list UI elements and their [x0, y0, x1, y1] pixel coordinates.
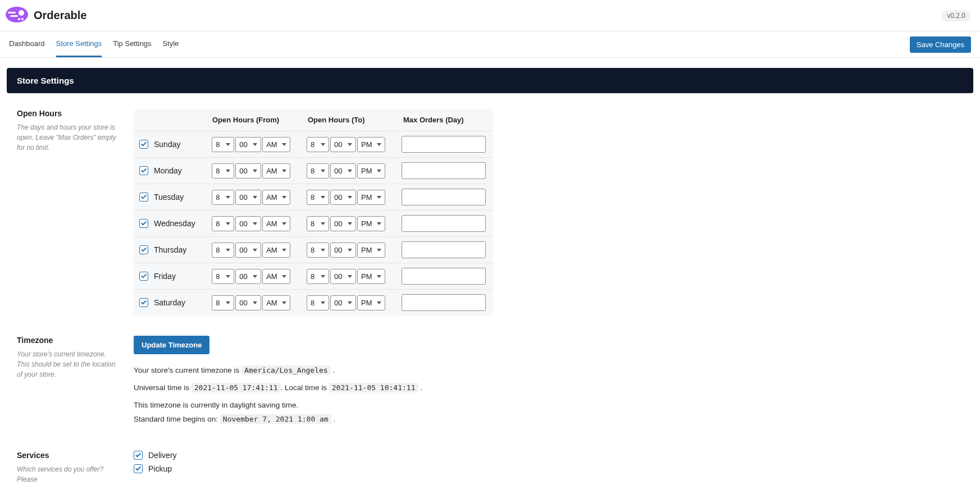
from-period-select[interactable]: AM [262, 190, 290, 205]
top-bar: Orderable v0.2.0 [0, 0, 980, 31]
to-minute-select[interactable]: 00 [330, 190, 356, 205]
from-minute-select[interactable]: 00 [235, 269, 261, 284]
service-checkbox[interactable] [134, 451, 143, 460]
chevron-down-icon [377, 275, 381, 278]
from-hour-select[interactable]: 8 [212, 243, 234, 258]
day-enabled-checkbox[interactable] [139, 298, 148, 307]
to-period-select[interactable]: PM [357, 243, 385, 258]
from-hour-select[interactable]: 8 [212, 163, 234, 179]
select-value: 8 [216, 299, 220, 307]
select-value: 8 [311, 140, 314, 149]
day-cell: Monday [139, 166, 212, 175]
select-value: PM [361, 272, 372, 281]
day-label: Wednesday [154, 219, 195, 228]
from-minute-select[interactable]: 00 [235, 295, 261, 310]
max-orders-input[interactable] [402, 215, 486, 232]
from-period-select[interactable]: AM [262, 243, 290, 258]
day-enabled-checkbox[interactable] [139, 140, 148, 149]
to-period-select[interactable]: PM [357, 216, 385, 231]
from-period-select[interactable]: AM [262, 216, 290, 231]
chevron-down-icon [282, 301, 286, 304]
from-period-select[interactable]: AM [262, 163, 290, 179]
day-enabled-checkbox[interactable] [139, 245, 148, 254]
tz-std-code: November 7, 2021 1:00 am [220, 414, 331, 424]
svg-rect-3 [8, 12, 16, 13]
open-hours-table: Open Hours (From) Open Hours (To) Max Or… [134, 109, 493, 315]
select-value: PM [361, 299, 372, 307]
day-label: Tuesday [154, 193, 184, 202]
table-row: Sunday800AM800PM [134, 131, 493, 158]
from-minute-select[interactable]: 00 [235, 137, 261, 152]
timezone-times-line: Universal time is 2021-11-05 17:41:11. L… [134, 382, 493, 395]
from-period-select[interactable]: AM [262, 269, 290, 284]
from-hour-select[interactable]: 8 [212, 269, 234, 284]
from-period-select[interactable]: AM [262, 137, 290, 152]
to-period-select[interactable]: PM [357, 137, 385, 152]
chevron-down-icon [282, 143, 286, 146]
service-checkbox[interactable] [134, 464, 143, 473]
day-enabled-checkbox[interactable] [139, 219, 148, 228]
to-period-select[interactable]: PM [357, 295, 385, 310]
select-value: AM [266, 167, 277, 175]
chevron-down-icon [226, 275, 230, 278]
select-value: PM [361, 219, 372, 228]
to-hour-select[interactable]: 8 [307, 163, 329, 179]
to-period-select[interactable]: PM [357, 269, 385, 284]
day-enabled-checkbox[interactable] [139, 193, 148, 202]
chevron-down-icon [282, 196, 286, 199]
from-period-select[interactable]: AM [262, 295, 290, 310]
content-area: Open Hours The days and hours your store… [0, 93, 980, 494]
to-minute-select[interactable]: 00 [330, 163, 356, 179]
save-changes-button[interactable]: Save Changes [910, 36, 971, 53]
day-cell: Thursday [139, 245, 212, 254]
from-minute-select[interactable]: 00 [235, 216, 261, 231]
to-minute-select[interactable]: 00 [330, 137, 356, 152]
to-period-select[interactable]: PM [357, 163, 385, 179]
chevron-down-icon [226, 249, 230, 251]
from-minute-select[interactable]: 00 [235, 190, 261, 205]
section-label: Open Hours The days and hours your store… [8, 109, 120, 153]
from-hour-select[interactable]: 8 [212, 295, 234, 310]
section-label: Timezone Your store's current timezone. … [8, 336, 120, 379]
select-value: 8 [311, 246, 314, 254]
from-minute-select[interactable]: 00 [235, 163, 261, 179]
to-hour-select[interactable]: 8 [307, 216, 329, 231]
max-orders-input[interactable] [402, 136, 486, 153]
select-value: PM [361, 193, 372, 202]
max-orders-input[interactable] [402, 241, 486, 258]
tab-tip-settings[interactable]: Tip Settings [113, 31, 151, 57]
tab-dashboard[interactable]: Dashboard [9, 31, 45, 57]
max-orders-input[interactable] [402, 268, 486, 285]
to-minute-select[interactable]: 00 [330, 216, 356, 231]
to-hour-select[interactable]: 8 [307, 190, 329, 205]
update-timezone-button[interactable]: Update Timezone [134, 336, 209, 354]
to-hour-select[interactable]: 8 [307, 295, 329, 310]
select-value: 00 [334, 246, 342, 254]
tz-univ-prefix: Universal time is [134, 383, 192, 392]
to-hour-select[interactable]: 8 [307, 137, 329, 152]
chevron-down-icon [348, 222, 352, 225]
day-enabled-checkbox[interactable] [139, 166, 148, 175]
max-orders-input[interactable] [402, 294, 486, 311]
tab-store-settings[interactable]: Store Settings [56, 31, 102, 57]
from-minute-select[interactable]: 00 [235, 243, 261, 258]
to-minute-select[interactable]: 00 [330, 295, 356, 310]
table-row: Wednesday800AM800PM [134, 211, 493, 237]
from-hour-select[interactable]: 8 [212, 190, 234, 205]
to-minute-select[interactable]: 00 [330, 243, 356, 258]
to-period-select[interactable]: PM [357, 190, 385, 205]
max-orders-input[interactable] [402, 189, 486, 205]
to-hour-select[interactable]: 8 [307, 269, 329, 284]
tab-style[interactable]: Style [162, 31, 179, 57]
svg-point-4 [18, 18, 20, 20]
chevron-down-icon [282, 222, 286, 225]
from-hour-select[interactable]: 8 [212, 216, 234, 231]
chevron-down-icon [377, 143, 381, 146]
max-orders-input[interactable] [402, 162, 486, 179]
from-hour-select[interactable]: 8 [212, 137, 234, 152]
to-hour-select[interactable]: 8 [307, 243, 329, 258]
day-enabled-checkbox[interactable] [139, 272, 148, 281]
to-cell: 800PM [307, 163, 402, 179]
to-minute-select[interactable]: 00 [330, 269, 356, 284]
tz-local-prefix: . Local time is [281, 383, 329, 392]
